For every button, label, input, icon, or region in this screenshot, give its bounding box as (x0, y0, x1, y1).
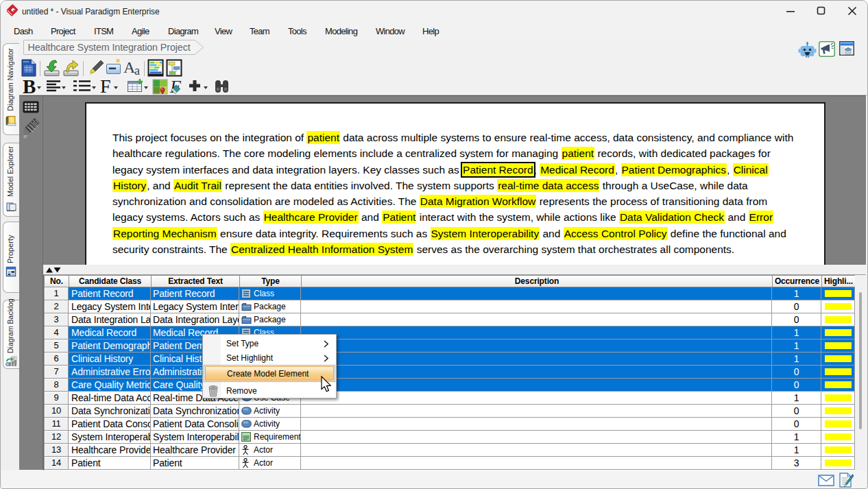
svg-text:F: F (100, 75, 111, 95)
svg-text:Healthcare System Integration: Healthcare System Integration Project (28, 42, 191, 53)
svg-text:a: a (134, 64, 140, 77)
svg-text:B: B (23, 75, 36, 95)
